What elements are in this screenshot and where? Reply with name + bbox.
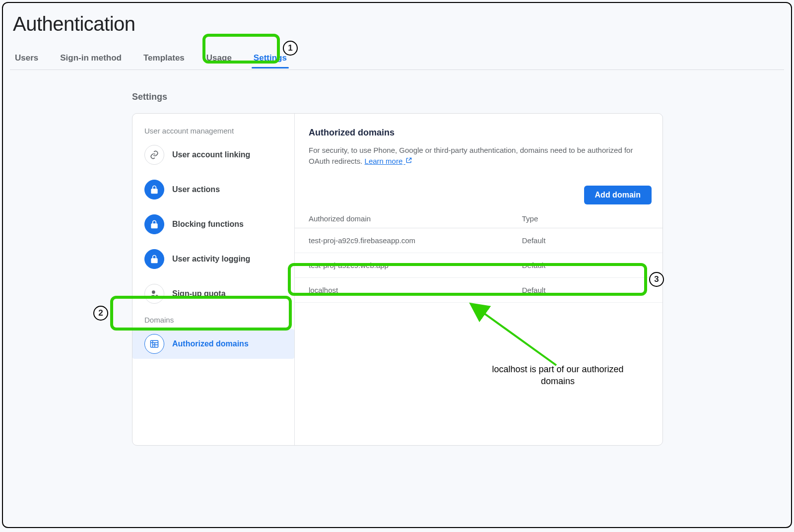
link-icon xyxy=(144,145,164,165)
svg-point-0 xyxy=(152,290,155,294)
sidebar-item-user-activity-logging[interactable]: User activity logging xyxy=(132,244,294,274)
lock-icon xyxy=(144,214,164,234)
svg-point-1 xyxy=(156,295,158,297)
panel-authorized-domains: Authorized domains For security, to use … xyxy=(295,114,662,445)
column-type: Type xyxy=(508,209,662,228)
sidebar-item-authorized-domains[interactable]: Authorized domains xyxy=(132,329,294,359)
sidebar-item-user-account-linking[interactable]: User account linking xyxy=(132,140,294,170)
sidebar-item-user-actions[interactable]: User actions xyxy=(132,175,294,204)
add-domain-button[interactable]: Add domain xyxy=(584,186,652,204)
tab-bar: Users Sign-in method Templates Usage Set… xyxy=(10,46,784,70)
app-frame: Authentication Users Sign-in method Temp… xyxy=(2,2,792,528)
panel-desc-text: For security, to use Phone, Google or th… xyxy=(309,146,633,165)
domain-cell: test-proj-a92c9.web.app xyxy=(295,253,508,277)
svg-rect-2 xyxy=(151,340,158,347)
user-gear-icon xyxy=(144,284,164,304)
sidebar-item-label: User actions xyxy=(172,185,220,194)
domain-cell: localhost xyxy=(295,277,508,302)
sidebar-item-label: User activity logging xyxy=(172,255,250,264)
sidebar-item-label: Blocking functions xyxy=(172,220,244,229)
type-cell: Default xyxy=(508,277,662,302)
sidebar-item-label: Sign-up quota xyxy=(172,289,226,298)
lock-icon xyxy=(144,180,164,200)
domains-table: Authorized domain Type test-proj-a92c9.f… xyxy=(295,209,662,303)
annotation-text: localhost is part of our authorized doma… xyxy=(483,363,632,388)
page-title: Authentication xyxy=(13,13,784,35)
settings-heading: Settings xyxy=(132,92,663,102)
table-row[interactable]: test-proj-a92c9.web.app Default xyxy=(295,253,662,277)
settings-section: Settings User account management User ac… xyxy=(132,92,663,446)
sidebar-item-label: Authorized domains xyxy=(172,339,249,348)
settings-card: User account management User account lin… xyxy=(132,113,663,446)
type-cell: Default xyxy=(508,253,662,277)
panel-title: Authorized domains xyxy=(309,128,649,138)
external-link-icon xyxy=(403,158,412,165)
sidebar-group-user: User account management xyxy=(132,125,294,140)
type-cell: Default xyxy=(508,228,662,253)
sidebar-item-blocking-functions[interactable]: Blocking functions xyxy=(132,209,294,239)
learn-more-link[interactable]: Learn more xyxy=(365,157,412,165)
sidebar-group-domains: Domains xyxy=(132,314,294,329)
column-domain: Authorized domain xyxy=(295,209,508,228)
sidebar-item-label: User account linking xyxy=(172,150,250,159)
domain-cell: test-proj-a92c9.firebaseapp.com xyxy=(295,228,508,253)
tab-usage[interactable]: Usage xyxy=(204,48,234,68)
callout-marker-2: 2 xyxy=(93,306,108,321)
tab-signin-method[interactable]: Sign-in method xyxy=(58,48,124,68)
tab-templates[interactable]: Templates xyxy=(141,48,187,68)
tab-settings[interactable]: Settings xyxy=(252,48,289,68)
settings-sidebar: User account management User account lin… xyxy=(132,114,295,445)
table-row[interactable]: localhost Default xyxy=(295,277,662,302)
sidebar-item-signup-quota[interactable]: Sign-up quota xyxy=(132,279,294,309)
panel-description: For security, to use Phone, Google or th… xyxy=(309,145,649,167)
lock-icon xyxy=(144,249,164,269)
table-row[interactable]: test-proj-a92c9.firebaseapp.com Default xyxy=(295,228,662,253)
domain-icon xyxy=(144,334,164,354)
tab-users[interactable]: Users xyxy=(13,48,40,68)
